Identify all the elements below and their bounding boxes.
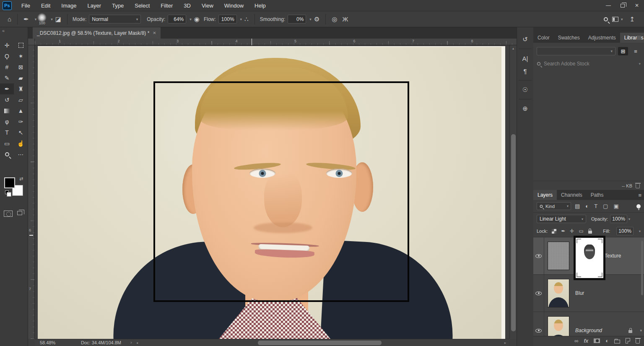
blend-mode-select[interactable]: Normal ▾	[89, 15, 141, 23]
menu-layer[interactable]: Layer	[82, 3, 107, 9]
quick-selection-tool[interactable]: ✶	[14, 51, 28, 62]
add-layer-mask-icon[interactable]	[594, 338, 600, 343]
pressure-size-icon[interactable]: ◎	[329, 16, 340, 23]
filter-pixel-layers-icon[interactable]: ▤	[575, 203, 580, 209]
marquee-tool[interactable]	[14, 40, 28, 51]
menu-edit[interactable]: Edit	[36, 3, 56, 9]
type-tool[interactable]: T	[0, 127, 14, 138]
filter-kind-select[interactable]: Kind ▾	[537, 202, 571, 210]
healing-brush-tool[interactable]: ▰	[14, 73, 28, 83]
filter-type-layers-icon[interactable]: T	[594, 203, 597, 209]
canvas-content[interactable]: ▴ 58.48% Doc: 34.4M/104.8M › ◂ ▸	[35, 45, 517, 346]
smoothing-gear-icon[interactable]: ⚙	[312, 16, 322, 23]
home-icon[interactable]: ⌂	[5, 16, 14, 23]
minimize-button[interactable]: —	[601, 0, 615, 11]
lock-artboard-icon-icon[interactable]: ▭	[579, 228, 583, 234]
restore-button[interactable]	[615, 0, 630, 11]
menu-select[interactable]: Select	[129, 3, 155, 9]
layer-row-background[interactable]: Background	[533, 312, 644, 336]
workspace-switcher-icon[interactable]	[612, 17, 618, 22]
new-layer-icon[interactable]	[626, 338, 630, 343]
list-view-button[interactable]: ≡	[631, 47, 641, 55]
sharpen-tool[interactable]: ▲	[14, 105, 28, 116]
delete-layer-icon[interactable]	[636, 338, 640, 343]
menu-3d[interactable]: 3D	[178, 3, 196, 9]
delete-library-item-icon[interactable]	[636, 184, 640, 188]
opacity-input[interactable]: 64%	[168, 15, 186, 23]
menu-view[interactable]: View	[196, 3, 219, 9]
menu-help[interactable]: Help	[249, 3, 271, 9]
airbrush-icon[interactable]: ∴	[242, 16, 251, 23]
filter-smart-objects-icon[interactable]: ▣	[613, 203, 618, 209]
close-button[interactable]: ✕	[630, 0, 644, 11]
menu-window[interactable]: Window	[219, 3, 249, 9]
layer-thumbnail[interactable]	[548, 279, 569, 307]
layer-list-scrollbar[interactable]	[641, 241, 643, 295]
symmetry-icon[interactable]: Ж	[340, 16, 351, 23]
smoothing-input[interactable]: 0%	[288, 15, 306, 23]
search-icon[interactable]	[604, 17, 608, 21]
gradient-tool[interactable]	[0, 105, 14, 116]
libraries-select[interactable]: ▾	[537, 47, 615, 55]
link-layers-icon[interactable]: ∞	[574, 338, 578, 343]
scroll-right-icon[interactable]: ▸	[504, 341, 506, 345]
tab-close-icon[interactable]: ✕	[153, 31, 156, 35]
tab-paths[interactable]: Paths	[587, 190, 608, 200]
move-tool[interactable]: ✛	[0, 40, 14, 51]
layer-thumbnail[interactable]	[548, 316, 569, 336]
character-panel-icon[interactable]: A|	[517, 52, 533, 65]
layer-opacity-input[interactable]: 100%	[610, 215, 627, 223]
history-brush-tool[interactable]: ↺	[0, 94, 14, 105]
lock-all-icon[interactable]	[588, 231, 592, 234]
path-select-tool[interactable]: ↖	[14, 127, 28, 138]
layer-visibility-toggle[interactable]	[533, 312, 544, 336]
dodge-tool[interactable]: φ	[0, 116, 14, 127]
grid-view-button[interactable]: ⊞	[618, 47, 628, 55]
rectangle-tool[interactable]: ▭	[0, 138, 14, 149]
chevron-down-icon[interactable]: ▾	[621, 17, 623, 21]
tab-adjustments[interactable]: Adjustments	[584, 33, 620, 43]
new-adjustment-layer-icon[interactable]: ◐	[605, 338, 609, 343]
layer-visibility-toggle[interactable]	[533, 237, 544, 274]
hand-tool[interactable]: ☝	[14, 138, 28, 149]
zoom-tool[interactable]	[0, 149, 14, 160]
foreground-color-swatch[interactable]	[4, 177, 15, 188]
status-chevron-icon[interactable]: ›	[130, 340, 132, 345]
menu-file[interactable]: File	[16, 3, 36, 9]
tab-color[interactable]: Color	[533, 33, 554, 43]
share-icon[interactable]: ↥	[627, 16, 637, 23]
mask-thumbnail-highlight-box[interactable]	[574, 236, 605, 280]
horizontal-scroll-thumb[interactable]	[258, 341, 382, 345]
frame-tool[interactable]: ⊠	[14, 62, 28, 73]
menu-image[interactable]: Image	[56, 3, 82, 9]
vertical-scrollbar[interactable]: ▴	[509, 45, 517, 339]
filter-adjustment-layers-icon[interactable]: ◐	[585, 203, 589, 209]
layer-effects-icon[interactable]: fx	[584, 338, 588, 343]
zoom-level-field[interactable]: 58.48%	[40, 340, 55, 345]
glyphs-panel-icon[interactable]: ⊕	[517, 102, 533, 115]
ruler-corner[interactable]	[28, 39, 35, 45]
lock-position-icon-icon[interactable]: ✛	[570, 228, 574, 234]
tab-layers[interactable]: Layers	[533, 190, 557, 200]
layer-row-blur[interactable]: Blur	[533, 275, 644, 312]
panel-menu-icon[interactable]	[637, 36, 641, 40]
menu-filter[interactable]: Filter	[155, 3, 178, 9]
edit-toolbar[interactable]: ⋯	[14, 149, 28, 160]
learn-panel-icon[interactable]: ☉	[517, 83, 533, 96]
layer-thumbnail[interactable]	[548, 242, 569, 270]
filter-shape-layers-icon[interactable]: ▢	[603, 203, 608, 209]
lasso-tool[interactable]: Ϙ	[0, 51, 14, 62]
quick-mask-mode-icon[interactable]	[4, 211, 13, 217]
vertical-scroll-thumb[interactable]	[511, 134, 516, 331]
toolbar-collapse-icon[interactable]: «	[2, 28, 5, 33]
layer-visibility-toggle[interactable]	[533, 275, 544, 312]
tab-channels[interactable]: Channels	[557, 190, 587, 200]
eraser-tool[interactable]: ▱	[14, 94, 28, 105]
filter-toggle-icon[interactable]	[636, 204, 641, 208]
lock-transparent-pixels-icon[interactable]	[552, 229, 556, 234]
brush-settings-panel-icon[interactable]: ◪	[53, 16, 64, 23]
clone-stamp-tool[interactable]: ♜	[14, 83, 28, 94]
eyedropper-tool[interactable]: ✎	[0, 73, 14, 83]
crop-tool[interactable]: #	[0, 62, 14, 73]
flow-input[interactable]: 100%	[218, 15, 237, 23]
